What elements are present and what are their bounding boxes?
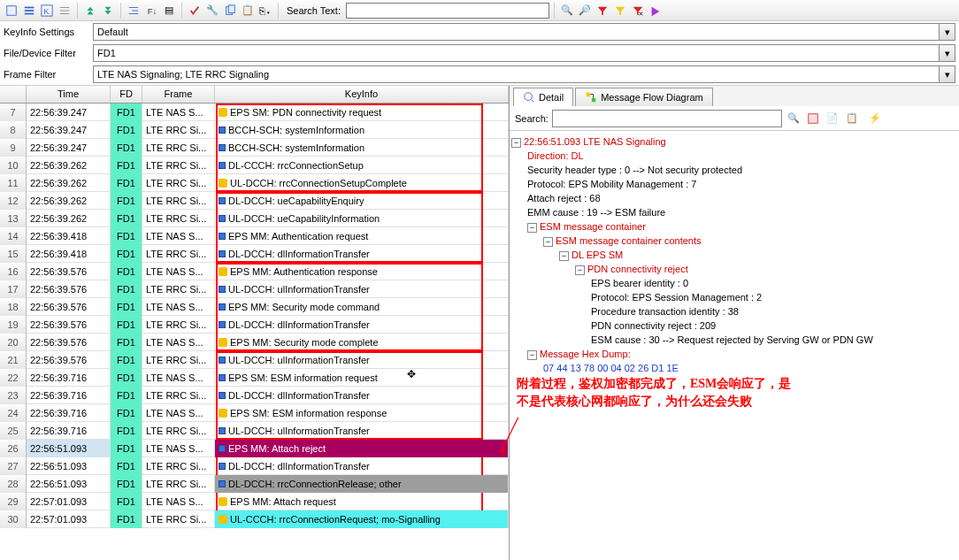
tool-btn-check[interactable] <box>187 3 203 19</box>
tree-hex-dump[interactable]: 07 44 13 78 00 04 02 26 D1 1E <box>511 361 957 375</box>
table-row[interactable]: 2122:56:39.576FD1LTE RRC Si...UL-DCCH: u… <box>0 351 509 369</box>
table-row[interactable]: 1622:56:39.576FD1LTE NAS S...EPS MM: Aut… <box>0 263 509 280</box>
table-row[interactable]: 2822:56:51.093FD1LTE RRC Si...DL-DCCH: r… <box>0 475 509 493</box>
collapse-icon[interactable]: − <box>527 223 537 233</box>
table-row[interactable]: 1122:56:39.262FD1LTE RRC Si...UL-DCCH: r… <box>0 174 509 192</box>
tree-proc-tx[interactable]: Procedure transaction identity : 38 <box>511 304 957 318</box>
table-row[interactable]: 922:56:39.247FD1LTE RRC Si...BCCH-SCH: s… <box>0 139 509 157</box>
chevron-down-icon[interactable]: ▾ <box>940 23 955 41</box>
tree-esm-contents[interactable]: ESM message container contents <box>556 235 701 246</box>
table-row[interactable]: 2722:56:51.093FD1LTE RRC Si...DL-DCCH: d… <box>0 457 509 475</box>
filter-x-icon[interactable] <box>630 3 646 19</box>
help-icon[interactable] <box>648 3 664 19</box>
collapse-icon[interactable]: − <box>511 138 521 148</box>
search-text-input[interactable] <box>346 3 549 19</box>
chevron-down-icon[interactable]: ▾ <box>940 65 955 83</box>
table-row[interactable]: 1722:56:39.576FD1LTE RRC Si...UL-DCCH: u… <box>0 280 509 298</box>
table-row[interactable]: 822:56:39.247FD1LTE RRC Si...BCCH-SCH: s… <box>0 121 509 139</box>
filter-k-icon[interactable] <box>595 3 610 19</box>
col-keyinfo[interactable]: KeyInfo <box>215 86 509 103</box>
table-row[interactable]: 722:56:39.247FD1LTE NAS S...EPS SM: PDN … <box>0 104 509 121</box>
cell-time: 22:56:39.716 <box>27 369 111 387</box>
tool-btn-4[interactable] <box>57 3 73 19</box>
tab-detail-label: Detail <box>539 92 564 103</box>
cell-keyinfo: DL-DCCH: ueCapabilityEnquiry <box>215 192 509 210</box>
collapse-icon[interactable]: − <box>575 265 585 275</box>
col-rownum[interactable] <box>0 86 27 103</box>
expand-icon[interactable] <box>805 111 821 127</box>
find-icon[interactable]: 🔍 <box>786 111 802 127</box>
table-row[interactable]: 1422:56:39.418FD1LTE NAS S...EPS MM: Aut… <box>0 227 509 245</box>
tool-btn-2[interactable] <box>21 3 37 19</box>
table-row[interactable]: 1022:56:39.262FD1LTE RRC Si...DL-CCCH: r… <box>0 157 509 174</box>
tool-btn-5[interactable]: ▤ <box>161 3 177 19</box>
tree-dl-eps-sm[interactable]: DL EPS SM <box>572 249 623 260</box>
separator <box>120 3 121 19</box>
col-fd[interactable]: FD <box>111 86 142 103</box>
table-row[interactable]: 1322:56:39.262FD1LTE RRC Si...UL-DCCH: u… <box>0 210 509 227</box>
tool-btn-k[interactable]: K <box>39 3 55 19</box>
scroll-up-icon[interactable] <box>82 3 98 19</box>
table-row[interactable]: 1522:56:39.418FD1LTE RRC Si...DL-DCCH: d… <box>0 245 509 263</box>
scroll-down-icon[interactable] <box>100 3 116 19</box>
tab-detail[interactable]: Detail <box>513 88 573 106</box>
collapse-icon[interactable]: − <box>559 251 569 261</box>
tree-security-header[interactable]: Security header type : 0 --> Not securit… <box>511 163 957 177</box>
cell-keyinfo: UL-DCCH: ueCapabilityInformation <box>215 210 509 227</box>
table-row[interactable]: 3022:57:01.093FD1LTE RRC Si...UL-CCCH: r… <box>0 510 509 528</box>
tool-btn-1[interactable] <box>4 3 19 19</box>
filter-panel: KeyInfo Settings ▾ File/Device Filter ▾ … <box>0 21 959 86</box>
tree-attach-reject[interactable]: Attach reject : 68 <box>511 191 957 205</box>
tree-protocol-esm[interactable]: Protocol: EPS Session Management : 2 <box>511 290 957 304</box>
table-row[interactable]: 2922:57:01.093FD1LTE NAS S...EPS MM: Att… <box>0 493 509 510</box>
file-filter-combo[interactable] <box>93 44 940 62</box>
tool-btn-9[interactable]: ⎘▾ <box>257 3 273 19</box>
tab-message-flow[interactable]: Message Flow Diagram <box>575 88 713 106</box>
tool-btn-f[interactable]: F↓ <box>143 3 159 19</box>
table-row[interactable]: 2222:56:39.716FD1LTE NAS S...EPS SM: ESM… <box>0 369 509 387</box>
lightning-icon[interactable]: ⚡ <box>867 111 883 127</box>
col-frame[interactable]: Frame <box>142 86 215 103</box>
cell-fd: FD1 <box>111 387 142 404</box>
tree-eps-bearer[interactable]: EPS bearer identity : 0 <box>511 276 957 290</box>
tree-protocol[interactable]: Protocol: EPS Mobility Management : 7 <box>511 177 957 191</box>
chevron-down-icon[interactable]: ▾ <box>940 44 955 62</box>
copy-detail-icon[interactable]: 📄 <box>825 111 840 127</box>
cell-fd: FD1 <box>111 227 142 245</box>
tool-btn-wrench[interactable]: 🔧 <box>204 3 220 19</box>
tree-pdn-reject-code[interactable]: PDN connectivity reject : 209 <box>511 318 957 333</box>
detail-tree[interactable]: −22:56:51.093 LTE NAS Signaling Directio… <box>510 131 959 560</box>
table-row[interactable]: 1822:56:39.576FD1LTE NAS S...EPS MM: Sec… <box>0 298 509 316</box>
filter-y-icon[interactable] <box>612 3 628 19</box>
search-up-icon[interactable]: 🔎 <box>577 3 593 19</box>
arrow-icon <box>219 286 226 293</box>
table-row[interactable]: 2022:56:39.576FD1LTE NAS S...EPS MM: Sec… <box>0 334 509 351</box>
tree-hex-header[interactable]: Message Hex Dump: <box>540 349 631 359</box>
keyinfo-settings-combo[interactable] <box>93 23 940 41</box>
tree-pdn-reject[interactable]: PDN connectivity reject <box>587 264 688 274</box>
table-row[interactable]: 2522:56:39.716FD1LTE RRC Si...UL-DCCH: u… <box>0 422 509 440</box>
cell-fd: FD1 <box>111 245 142 263</box>
cell-frame: LTE RRC Si... <box>142 210 215 227</box>
tree-emm-cause[interactable]: EMM cause : 19 --> ESM failure <box>511 205 957 219</box>
table-row[interactable]: 2422:56:39.716FD1LTE NAS S...EPS SM: ESM… <box>0 404 509 422</box>
table-row[interactable]: 1922:56:39.576FD1LTE RRC Si...DL-DCCH: d… <box>0 316 509 334</box>
copy-all-icon[interactable]: 📋 <box>844 111 860 127</box>
search-down-icon[interactable]: 🔍 <box>559 3 575 19</box>
table-row[interactable]: 2322:56:39.716FD1LTE RRC Si...DL-DCCH: d… <box>0 387 509 404</box>
table-row[interactable]: 1222:56:39.262FD1LTE RRC Si...DL-DCCH: u… <box>0 192 509 210</box>
tree-esm-container[interactable]: ESM message container <box>540 221 646 232</box>
detail-search-input[interactable] <box>552 110 782 127</box>
frame-filter-combo[interactable] <box>93 65 940 83</box>
collapse-icon[interactable]: − <box>527 350 537 360</box>
tree-esm-cause[interactable]: ESM cause : 30 --> Request rejected by S… <box>511 333 957 347</box>
tool-btn-indent[interactable] <box>126 3 142 19</box>
cell-frame: LTE RRC Si... <box>142 387 215 404</box>
tree-direction[interactable]: Direction: DL <box>511 149 957 163</box>
copy-icon[interactable] <box>222 3 238 19</box>
tree-root[interactable]: 22:56:51.093 LTE NAS Signaling <box>524 136 666 147</box>
table-row[interactable]: 2622:56:51.093FD1LTE NAS S...EPS MM: Att… <box>0 440 509 457</box>
col-time[interactable]: Time <box>27 86 111 103</box>
paste-icon[interactable]: 📋 <box>240 3 256 19</box>
collapse-icon[interactable]: − <box>543 237 553 247</box>
